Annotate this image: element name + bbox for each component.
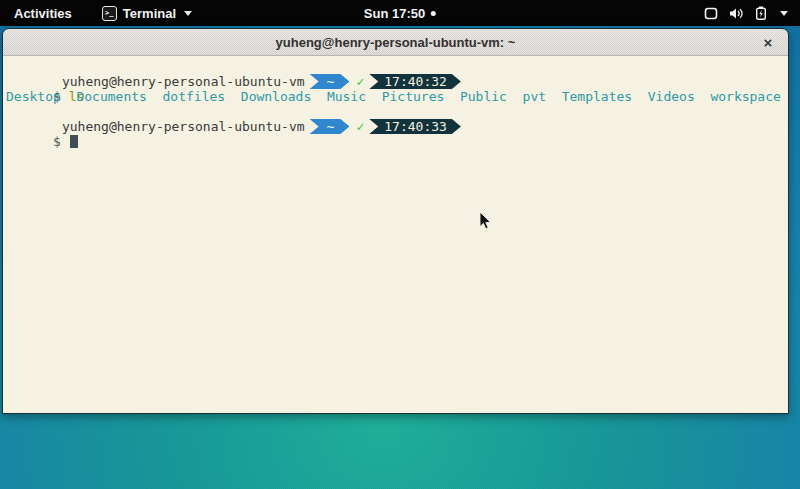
prompt-time-segment: 17:40:32	[369, 74, 461, 89]
prompt-line: yuheng@henry-personal-ubuntu-vm~✓17:40:3…	[6, 104, 786, 119]
clock-label: Sun 17:50	[364, 6, 425, 21]
ls-output-line: Desktop Documents dotfiles Downloads Mus…	[6, 89, 786, 104]
terminal-content[interactable]: yuheng@henry-personal-ubuntu-vm~✓17:40:3…	[3, 56, 788, 413]
prompt-path-segment: ~	[310, 74, 350, 89]
prompt-user-host: yuheng@henry-personal-ubuntu-vm	[62, 119, 305, 134]
chevron-down-icon	[780, 11, 788, 16]
notification-dot-icon	[431, 11, 436, 16]
terminal-app-icon: >_	[102, 6, 117, 21]
prompt-line: yuheng@henry-personal-ubuntu-vm~✓17:40:3…	[6, 59, 786, 74]
window-title: yuheng@henry-personal-ubuntu-vm: ~	[276, 35, 516, 50]
chevron-down-icon	[184, 11, 192, 16]
volume-icon	[729, 7, 744, 20]
system-status-area[interactable]	[700, 0, 792, 26]
clock-button[interactable]: Sun 17:50	[364, 0, 436, 26]
app-menu-terminal[interactable]: >_ Terminal	[102, 6, 192, 21]
prompt-dollar: $	[53, 134, 61, 149]
terminal-window: yuheng@henry-personal-ubuntu-vm: ~ × yuh…	[2, 28, 789, 414]
prompt-path-segment: ~	[310, 119, 350, 134]
top-bar: Activities >_ Terminal Sun 17:50	[0, 0, 800, 26]
activities-button[interactable]: Activities	[10, 6, 76, 21]
battery-charging-icon	[755, 6, 767, 20]
display-icon	[704, 7, 718, 20]
prompt-time-segment: 17:40:33	[369, 119, 461, 134]
check-icon: ✓	[356, 74, 364, 89]
close-icon[interactable]: ×	[758, 32, 778, 52]
prompt-user-host: yuheng@henry-personal-ubuntu-vm	[62, 74, 305, 89]
check-icon: ✓	[356, 119, 364, 134]
app-menu-label: Terminal	[123, 6, 176, 21]
window-titlebar[interactable]: yuheng@henry-personal-ubuntu-vm: ~ ×	[3, 29, 788, 56]
terminal-cursor	[70, 135, 78, 148]
